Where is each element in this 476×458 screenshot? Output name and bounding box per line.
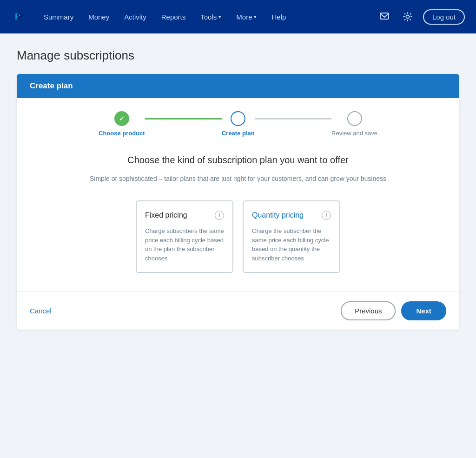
step-line-1 xyxy=(145,118,222,119)
fixed-pricing-card[interactable]: Fixed pricing i Charge subscribers the s… xyxy=(136,200,233,273)
paypal-logo: P P xyxy=(11,9,26,24)
page-title: Manage subscriptions xyxy=(17,48,459,63)
gear-icon xyxy=(403,12,413,22)
stepper: ✓ Choose product Create plan Review and … xyxy=(17,98,459,153)
fixed-pricing-card-header: Fixed pricing i xyxy=(145,211,224,220)
tools-chevron-icon: ▾ xyxy=(218,14,221,20)
quantity-pricing-card-header: Quantity pricing i xyxy=(252,211,331,220)
card-header-title: Create plan xyxy=(30,81,73,90)
step-3-label: Review and save xyxy=(331,130,377,137)
svg-text:P: P xyxy=(17,12,23,21)
stepper-inner: ✓ Choose product Create plan Review and … xyxy=(99,111,377,137)
card-footer: Cancel Previous Next xyxy=(17,292,459,330)
create-plan-card: Create plan ✓ Choose product Create plan xyxy=(17,74,459,330)
nav-activity[interactable]: Activity xyxy=(118,9,153,25)
previous-button[interactable]: Previous xyxy=(341,301,396,320)
logout-button[interactable]: Log out xyxy=(423,9,465,25)
card-header: Create plan xyxy=(17,74,459,98)
plan-content: Choose the kind of subscription plan you… xyxy=(17,153,459,292)
step-review-save: Review and save xyxy=(331,111,377,137)
quantity-pricing-description: Charge the subscriber the same price eac… xyxy=(252,226,331,263)
nav-reports[interactable]: Reports xyxy=(155,9,192,25)
settings-icon-button[interactable] xyxy=(400,9,416,25)
next-button[interactable]: Next xyxy=(401,301,446,320)
plan-subtitle: Simple or sophisticated – tailor plans t… xyxy=(45,174,431,184)
more-chevron-icon: ▾ xyxy=(254,14,257,20)
step-2-circle xyxy=(231,111,245,126)
svg-point-4 xyxy=(406,15,409,19)
message-icon-button[interactable] xyxy=(377,9,392,25)
nav-money[interactable]: Money xyxy=(82,9,116,25)
step-create-plan: Create plan xyxy=(222,111,255,137)
step-3-circle xyxy=(347,111,362,126)
nav-help[interactable]: Help xyxy=(265,9,292,25)
step-line-2 xyxy=(255,118,331,119)
step-1-label: Choose product xyxy=(99,130,145,137)
step-1-circle: ✓ xyxy=(114,111,129,126)
cancel-link[interactable]: Cancel xyxy=(30,307,52,315)
navbar-actions: Log out xyxy=(377,9,465,25)
plan-title: Choose the kind of subscription plan you… xyxy=(45,153,431,166)
nav-tools[interactable]: Tools ▾ xyxy=(194,9,228,25)
step-2-label: Create plan xyxy=(222,130,255,137)
fixed-pricing-info-icon[interactable]: i xyxy=(215,211,224,220)
fixed-pricing-description: Charge subscribers the same price each b… xyxy=(145,226,224,263)
quantity-pricing-info-icon[interactable]: i xyxy=(322,211,331,220)
nav-summary[interactable]: Summary xyxy=(37,9,80,25)
step-choose-product: ✓ Choose product xyxy=(99,111,145,137)
footer-buttons: Previous Next xyxy=(341,301,446,320)
nav-more[interactable]: More ▾ xyxy=(230,9,263,25)
nav-links: Summary Money Activity Reports Tools ▾ M… xyxy=(37,9,373,25)
plan-cards-container: Fixed pricing i Charge subscribers the s… xyxy=(45,200,431,273)
fixed-pricing-title: Fixed pricing xyxy=(145,211,187,219)
quantity-pricing-card[interactable]: Quantity pricing i Charge the subscriber… xyxy=(243,200,340,273)
page-container: Manage subscriptions Create plan ✓ Choos… xyxy=(6,33,470,345)
message-icon xyxy=(379,12,390,22)
svg-rect-3 xyxy=(380,13,389,19)
navbar: P P Summary Money Activity Reports Tools… xyxy=(0,0,476,33)
quantity-pricing-title: Quantity pricing xyxy=(252,211,304,219)
